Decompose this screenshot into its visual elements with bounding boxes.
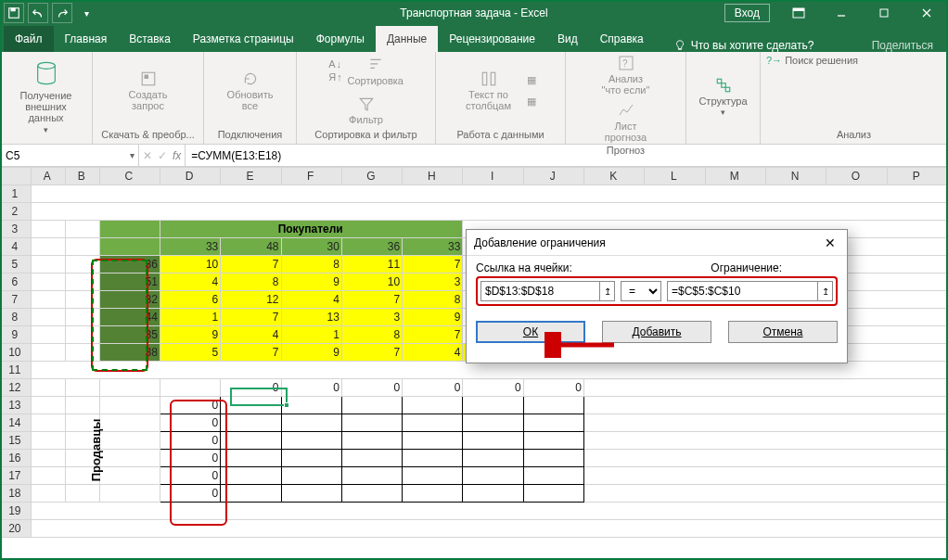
qat-dropdown[interactable]: ▾ — [76, 3, 96, 23]
tab-layout[interactable]: Разметка страницы — [182, 26, 305, 52]
svg-rect-14 — [717, 79, 722, 83]
cell-reference-input[interactable] — [480, 281, 615, 301]
external-data-button[interactable]: Получение внешних данных▾ — [14, 58, 79, 134]
tab-formulas[interactable]: Формулы — [305, 26, 376, 52]
cancel-fx-icon[interactable]: ✕ — [143, 149, 152, 162]
fx-icon[interactable]: fx — [173, 149, 181, 162]
minimize-icon[interactable] — [820, 0, 863, 26]
undo-icon[interactable] — [28, 3, 48, 23]
buyers-label: Покупатели — [160, 221, 462, 238]
name-box[interactable]: C5 — [0, 145, 139, 166]
svg-rect-16 — [725, 87, 730, 92]
filter-button[interactable]: Фильтр — [339, 95, 394, 125]
tab-home[interactable]: Главная — [54, 26, 119, 52]
share-button[interactable]: Поделиться — [872, 39, 944, 52]
solver-icon: ?→ — [766, 55, 782, 66]
maximize-icon[interactable] — [863, 0, 905, 26]
ok-button[interactable]: ОК — [476, 321, 585, 343]
lightbulb-icon — [673, 39, 686, 52]
select-all[interactable] — [1, 168, 32, 185]
tab-review[interactable]: Рецензирование — [438, 26, 546, 52]
what-if-icon: ? — [617, 54, 635, 72]
constraint-label: Ограничение: — [711, 261, 782, 274]
text-to-columns-icon — [480, 70, 498, 88]
formula-bar: C5 ✕ ✓ fx =СУММ(E13:E18) — [0, 145, 948, 167]
constraint-input[interactable] — [667, 281, 833, 301]
tab-help[interactable]: Справка — [589, 26, 655, 52]
svg-rect-5 — [880, 9, 888, 17]
tab-file[interactable]: Файл — [4, 26, 54, 52]
ribbon-options-icon[interactable] — [777, 0, 820, 26]
tab-data[interactable]: Данные — [376, 26, 438, 52]
query-icon — [139, 70, 158, 88]
what-if-button[interactable]: ? Анализ "что если" — [598, 54, 654, 95]
tell-me-label: Что вы хотите сделать? — [691, 39, 814, 52]
svg-rect-11 — [491, 72, 495, 85]
refresh-icon — [241, 70, 260, 88]
svg-rect-10 — [482, 72, 487, 85]
column-headers[interactable]: ABCDEFGHIJKLMNOP — [1, 168, 948, 185]
database-icon — [32, 58, 61, 88]
structure-button[interactable]: Структура▾ — [696, 76, 751, 117]
structure-icon — [714, 76, 733, 95]
cancel-button[interactable]: Отмена — [728, 321, 838, 343]
add-button[interactable]: Добавить — [602, 321, 711, 343]
svg-rect-3 — [793, 8, 804, 11]
tab-view[interactable]: Вид — [546, 26, 589, 52]
refresh-all-button[interactable]: Обновить все — [223, 70, 278, 111]
create-query-button[interactable]: Создать запрос — [121, 70, 176, 111]
forecast-icon — [617, 101, 635, 120]
redo-icon[interactable] — [52, 3, 72, 23]
collapse-dialog-icon[interactable]: ↥ — [599, 282, 614, 300]
solver-button[interactable]: ?→ Поиск решения — [766, 54, 858, 67]
ribbon-tabs: Файл Главная Вставка Разметка страницы Ф… — [0, 26, 948, 52]
dialog-title: Добавление ограничения — [474, 236, 606, 249]
login-button[interactable]: Вход — [724, 4, 770, 22]
text-to-columns-button[interactable]: Текст по столбцам — [461, 70, 517, 111]
cell-ref-label: Ссылка на ячейки: — [476, 261, 572, 274]
window-title: Транспортная задача - Excel — [400, 6, 547, 19]
sort-button[interactable]: Сортировка — [348, 56, 404, 86]
forecast-sheet-button[interactable]: Лист прогноза — [598, 101, 654, 143]
sort-icon — [366, 56, 385, 74]
filter-icon — [357, 95, 376, 113]
titlebar: ▾ Транспортная задача - Excel Вход — [0, 0, 948, 26]
sellers-label: Продавцы — [89, 419, 103, 482]
svg-rect-15 — [721, 83, 725, 87]
add-constraint-dialog: Добавление ограничения ✕ Ссылка на ячейк… — [466, 229, 848, 363]
formula-input[interactable]: =СУММ(E13:E18) — [186, 145, 948, 166]
svg-rect-9 — [144, 75, 148, 80]
tell-me[interactable]: Что вы хотите сделать? — [673, 39, 814, 52]
svg-text:?: ? — [622, 58, 628, 69]
tab-insert[interactable]: Вставка — [118, 26, 182, 52]
ribbon: Получение внешних данных▾ Создать запрос… — [0, 52, 948, 145]
svg-point-7 — [37, 62, 55, 69]
collapse-dialog-icon[interactable]: ↥ — [817, 282, 832, 300]
svg-rect-1 — [11, 8, 16, 12]
operator-select[interactable]: = — [621, 281, 661, 301]
dialog-close-icon[interactable]: ✕ — [821, 234, 839, 252]
share-label: Поделиться — [872, 39, 933, 52]
accept-fx-icon[interactable]: ✓ — [158, 149, 167, 162]
save-icon[interactable] — [4, 3, 24, 23]
close-icon[interactable] — [905, 0, 948, 26]
